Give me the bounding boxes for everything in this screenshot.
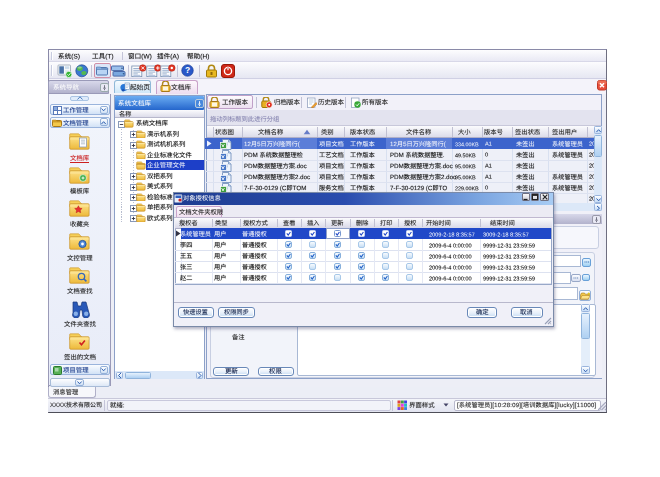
svg-text:?: ? [184, 65, 189, 75]
